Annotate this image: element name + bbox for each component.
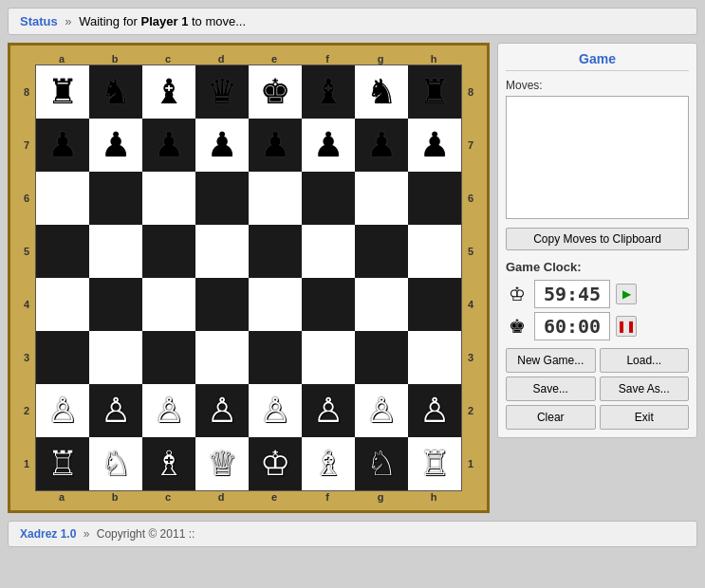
square-c3[interactable] [142,331,195,384]
row-label-3: 3 [18,331,35,384]
col-label-d: d [195,53,248,64]
col-label-c: c [141,53,195,64]
square-f8[interactable]: ♝ [302,65,355,119]
square-b8[interactable]: ♞ [89,65,142,119]
square-d8[interactable]: ♛ [195,65,249,119]
square-e6[interactable] [249,172,302,225]
square-c6[interactable] [142,172,195,225]
new-game-button[interactable]: New Game... [506,348,596,373]
black-king-icon: ♚ [506,315,529,338]
footer-arrow: » [83,527,90,541]
square-c7[interactable]: ♟ [142,119,195,172]
square-d4[interactable] [195,278,249,331]
row-label-3: 3 [462,331,479,384]
square-e3[interactable] [249,331,302,384]
square-g6[interactable] [355,172,408,225]
col-label-e: e [248,491,301,503]
square-b3[interactable] [89,331,142,384]
col-label-h: h [407,491,460,503]
square-d3[interactable] [195,331,249,384]
pause-button[interactable]: ❚❚ [616,316,637,337]
square-e1[interactable]: ♔ [249,437,302,490]
square-h3[interactable] [408,331,461,384]
square-h7[interactable]: ♟ [408,119,461,172]
piece-g8: ♞ [366,75,397,109]
square-h6[interactable] [408,172,461,225]
col-label-e: e [248,53,301,64]
square-f6[interactable] [302,172,355,225]
footer-copyright: Copyright © 2011 :: [97,527,195,541]
square-f5[interactable] [302,225,355,278]
load-button[interactable]: Load... [600,348,690,373]
square-a8[interactable]: ♜ [36,65,89,119]
save-button[interactable]: Save... [506,377,596,401]
square-e7[interactable]: ♟ [249,119,302,172]
square-b7[interactable]: ♟ [89,119,142,172]
play-button[interactable]: ▶ [616,284,637,304]
square-a6[interactable] [36,172,89,225]
right-panel: Game Moves: Copy Moves to Clipboard Game… [497,43,697,513]
square-b6[interactable] [89,172,142,225]
col-label-g: g [354,491,407,503]
square-a2[interactable]: ♙ [36,384,89,437]
square-e4[interactable] [249,278,302,331]
square-e5[interactable] [249,225,302,278]
square-c2[interactable]: ♙ [142,384,195,437]
square-c4[interactable] [142,278,195,331]
square-b1[interactable]: ♘ [89,437,142,490]
square-a4[interactable] [36,278,89,331]
piece-e2: ♙ [260,394,290,428]
square-a3[interactable] [36,331,89,384]
square-d6[interactable] [195,172,249,225]
piece-e7: ♟ [260,128,290,162]
chess-board[interactable]: ♜♞♝♛♚♝♞♜♟♟♟♟♟♟♟♟♙♙♙♙♙♙♙♙♖♘♗♕♔♗♘♖ [35,64,462,491]
exit-button[interactable]: Exit [600,405,690,430]
piece-b1: ♘ [101,447,131,481]
square-a7[interactable]: ♟ [36,119,89,172]
square-g3[interactable] [355,331,408,384]
square-b2[interactable]: ♙ [89,384,142,437]
row-label-5: 5 [462,225,479,278]
square-d7[interactable]: ♟ [195,119,249,172]
piece-b2: ♙ [101,394,131,428]
square-f3[interactable] [302,331,355,384]
status-bar: Status » Waiting for Player 1 to move... [8,8,697,35]
square-c1[interactable]: ♗ [142,437,195,490]
square-f7[interactable]: ♟ [302,119,355,172]
app-name: Xadrez 1.0 [20,527,76,541]
square-b4[interactable] [89,278,142,331]
square-g1[interactable]: ♘ [355,437,408,490]
clock-time-1: 60:00 [534,312,610,340]
square-g8[interactable]: ♞ [355,65,408,119]
square-d1[interactable]: ♕ [195,437,249,490]
square-h8[interactable]: ♜ [408,65,461,119]
square-f1[interactable]: ♗ [302,437,355,490]
square-b5[interactable] [89,225,142,278]
square-h4[interactable] [408,278,461,331]
square-g5[interactable] [355,225,408,278]
save-as-button[interactable]: Save As... [600,377,690,401]
square-h5[interactable] [408,225,461,278]
square-c8[interactable]: ♝ [142,65,195,119]
square-c5[interactable] [142,225,195,278]
square-g4[interactable] [355,278,408,331]
copy-moves-button[interactable]: Copy Moves to Clipboard [506,228,689,250]
square-d2[interactable]: ♙ [195,384,249,437]
square-a5[interactable] [36,225,89,278]
square-a1[interactable]: ♖ [36,437,89,490]
left-coords: 87654321 [18,65,35,490]
square-g7[interactable]: ♟ [355,119,408,172]
row-label-4: 4 [18,278,35,331]
moves-textarea[interactable] [506,96,689,219]
col-labels-top: abcdefgh [35,53,462,64]
square-d5[interactable] [195,225,249,278]
square-f2[interactable]: ♙ [302,384,355,437]
square-f4[interactable] [302,278,355,331]
square-h1[interactable]: ♖ [408,437,461,490]
clear-button[interactable]: Clear [506,405,596,430]
square-g2[interactable]: ♙ [355,384,408,437]
square-e2[interactable]: ♙ [249,384,302,437]
square-e8[interactable]: ♚ [249,65,302,119]
square-h2[interactable]: ♙ [408,384,461,437]
piece-h2: ♙ [419,394,450,428]
